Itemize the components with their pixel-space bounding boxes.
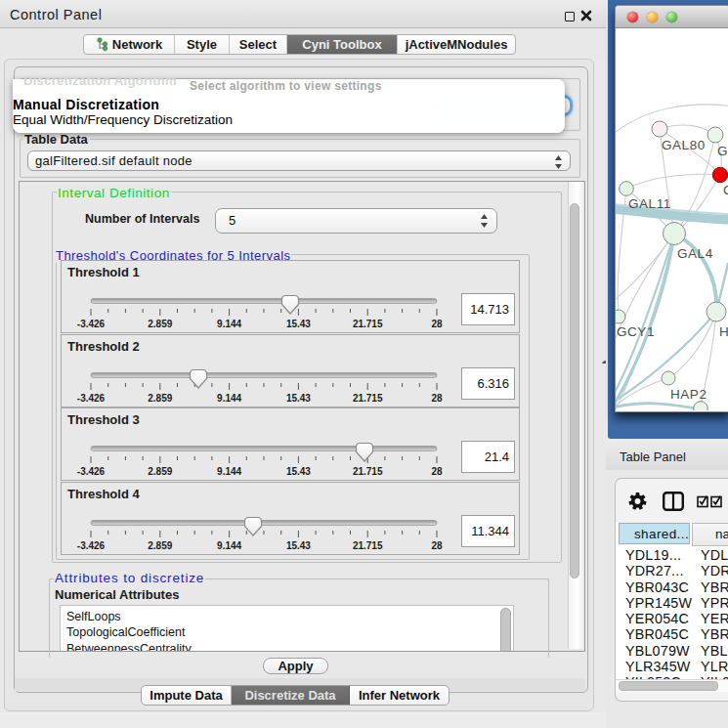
- svg-text:H: H: [719, 324, 728, 339]
- svg-text:GCY1: GCY1: [617, 324, 655, 339]
- svg-text:15.43: 15.43: [286, 466, 311, 477]
- svg-text:15.43: 15.43: [286, 540, 311, 551]
- svg-text:21.715: 21.715: [353, 540, 383, 551]
- svg-text:2.859: 2.859: [148, 466, 172, 477]
- svg-text:-3.426: -3.426: [77, 466, 106, 477]
- svg-text:-3.426: -3.426: [77, 393, 106, 404]
- svg-text:GAL4: GAL4: [677, 246, 713, 261]
- svg-text:9.144: 9.144: [217, 540, 241, 551]
- svg-text:28: 28: [431, 466, 443, 477]
- svg-text:2.859: 2.859: [148, 393, 172, 404]
- svg-text:2.859: 2.859: [148, 540, 172, 551]
- svg-text:9.144: 9.144: [217, 319, 241, 329]
- svg-text:-3.426: -3.426: [77, 319, 106, 329]
- svg-text:9.144: 9.144: [217, 466, 241, 477]
- svg-text:GAL80: GAL80: [662, 138, 706, 152]
- svg-text:HAP2: HAP2: [670, 387, 707, 402]
- svg-text:GAL11: GAL11: [628, 196, 671, 211]
- svg-text:21.715: 21.715: [353, 393, 383, 404]
- svg-text:-3.426: -3.426: [77, 540, 106, 551]
- svg-text:15.43: 15.43: [286, 319, 311, 329]
- svg-text:28: 28: [431, 319, 443, 329]
- svg-text:GA: GA: [717, 144, 728, 158]
- svg-text:21.715: 21.715: [353, 466, 383, 477]
- svg-text:28: 28: [431, 540, 443, 551]
- svg-text:15.43: 15.43: [286, 393, 311, 404]
- svg-text:C: C: [723, 183, 728, 197]
- svg-text:9.144: 9.144: [217, 393, 241, 404]
- svg-text:2.859: 2.859: [148, 319, 172, 329]
- svg-text:21.715: 21.715: [353, 319, 383, 329]
- svg-text:28: 28: [431, 393, 443, 404]
